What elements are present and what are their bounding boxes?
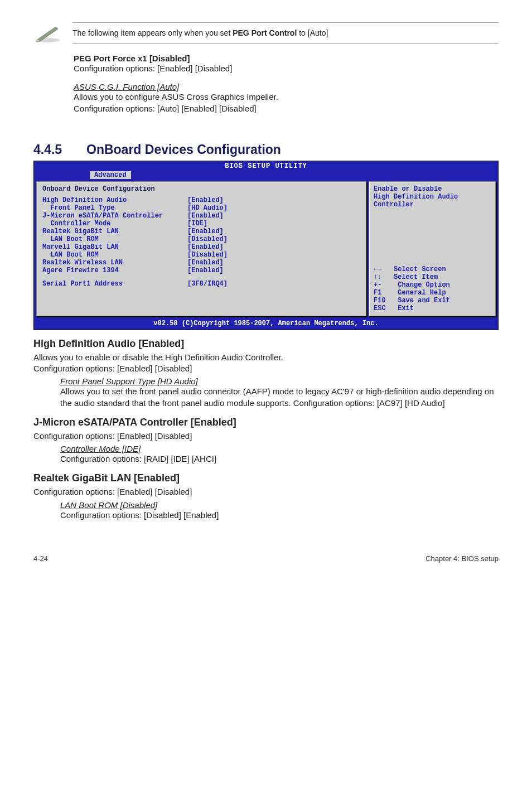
bios-key: LAN Boot ROM (42, 251, 187, 259)
asus-cgi-line1: Allows you to configure ASUS Cross Graph… (74, 91, 499, 103)
note-text: The following item appears only when you… (72, 22, 499, 44)
bios-nav-row: +- Change Option (374, 281, 491, 289)
hd-audio-sub-title: Front Panel Support Type [HD Audio] (60, 376, 499, 386)
jmicron-title: J-Micron eSATA/PATA Controller [Enabled] (33, 417, 499, 428)
bios-nav-row: F1 General Help (374, 289, 491, 297)
bios-value: [Disabled] (187, 235, 228, 243)
note-text-after: to [Auto] (297, 28, 328, 37)
bios-panel-title: Onboard Device Configuration (42, 185, 360, 193)
bios-panel: BIOS SETUP UTILITY Advanced Onboard Devi… (33, 161, 499, 330)
bios-value: [3F8/IRQ4] (187, 280, 228, 288)
asus-cgi-title: ASUS C.G.I. Function [Auto] (74, 82, 499, 91)
bios-footer: v02.58 (C)Copyright 1985-2007, American … (34, 318, 498, 330)
bios-nav-row: ESC Exit (374, 305, 491, 312)
bios-row[interactable]: Controller Mode[IDE] (42, 220, 360, 228)
realtek-sub: LAN Boot ROM [Disabled] Configuration op… (60, 500, 499, 521)
bios-value: [Enabled] (187, 228, 224, 235)
bios-row-serial[interactable]: Serial Port1 Address [3F8/IRQ4] (42, 280, 360, 288)
hd-audio-sub-body: Allows you to set the front panel audio … (60, 386, 499, 409)
realtek-line1: Configuration options: [Enabled] [Disabl… (33, 486, 499, 497)
jmicron-sub: Controller Mode [IDE] Configuration opti… (60, 444, 499, 465)
jmicron-sub-body: Configuration options: [RAID] [IDE] [AHC… (60, 453, 499, 465)
asus-cgi-line2: Configuration options: [Auto] [Enabled] … (74, 103, 499, 114)
bios-value: [Enabled] (187, 196, 224, 204)
realtek-sub-title: LAN Boot ROM [Disabled] (60, 500, 499, 510)
bios-row[interactable]: Front Panel Type[HD Audio] (42, 204, 360, 212)
bios-row[interactable]: LAN Boot ROM[Disabled] (42, 251, 360, 259)
bios-key: LAN Boot ROM (42, 235, 187, 243)
realtek-sub-body: Configuration options: [Disabled] [Enabl… (60, 510, 499, 521)
section-num: 4.4.5 (33, 142, 86, 157)
pencil-icon (33, 23, 61, 43)
peg-force-block: PEG Port Force x1 [Disabled] Configurati… (74, 54, 499, 74)
bios-help-line3: Controller (374, 201, 491, 209)
bios-value: [HD Audio] (187, 204, 228, 212)
bios-value: [Disabled] (187, 251, 228, 259)
note-text-before: The following item appears only when you… (72, 28, 233, 37)
bios-tab-advanced[interactable]: Advanced (90, 171, 131, 179)
bios-key: Marvell GigaBit LAN (42, 243, 187, 251)
jmicron-sub-title: Controller Mode [IDE] (60, 444, 499, 453)
bios-title: BIOS SETUP UTILITY (34, 161, 498, 171)
bios-row[interactable]: Agere Firewire 1394[Enabled] (42, 267, 360, 274)
bios-key: Realtek Wireless LAN (42, 259, 187, 267)
bios-value: [Enabled] (187, 267, 224, 274)
hd-audio-line1: Allows you to enable or disable the High… (33, 352, 499, 363)
section-title: OnBoard Devices Configuration (86, 142, 281, 157)
peg-force-title: PEG Port Force x1 [Disabled] (74, 54, 499, 63)
footer-chapter: Chapter 4: BIOS setup (425, 554, 499, 563)
bios-row[interactable]: LAN Boot ROM[Disabled] (42, 235, 360, 243)
peg-force-body: Configuration options: [Enabled] [Disabl… (74, 63, 499, 74)
bios-nav-row: F10 Save and Exit (374, 297, 491, 305)
bios-value: [Enabled] (187, 243, 224, 251)
bios-row[interactable]: J-Micron eSATA/PATA Controller[Enabled] (42, 212, 360, 220)
bios-right-panel: Enable or Disable High Definition Audio … (369, 181, 496, 316)
bios-help-line1: Enable or Disable (374, 185, 491, 193)
bios-row[interactable]: High Definition Audio[Enabled] (42, 196, 360, 204)
bios-help-line2: High Definition Audio (374, 193, 491, 201)
asus-cgi-block: ASUS C.G.I. Function [Auto] Allows you t… (74, 82, 499, 114)
bios-key: Realtek GigaBit LAN (42, 228, 187, 235)
hd-audio-title: High Definition Audio [Enabled] (33, 338, 499, 350)
bios-key: Serial Port1 Address (42, 280, 187, 288)
hd-audio-sub: Front Panel Support Type [HD Audio] Allo… (60, 376, 499, 409)
jmicron-line1: Configuration options: [Enabled] [Disabl… (33, 431, 499, 442)
bios-key: J-Micron eSATA/PATA Controller (42, 212, 187, 220)
section-heading: 4.4.5OnBoard Devices Configuration (33, 142, 499, 157)
hd-audio-line2: Configuration options: [Enabled] [Disabl… (33, 363, 499, 374)
note-bold: PEG Port Control (233, 28, 297, 37)
page-footer: 4-24 Chapter 4: BIOS setup (33, 554, 499, 563)
bios-nav-row: ↑↓ Select Item (374, 273, 491, 281)
bios-value: [IDE] (187, 220, 207, 228)
bios-row[interactable]: Realtek GigaBit LAN[Enabled] (42, 228, 360, 235)
note-box: The following item appears only when you… (33, 22, 499, 44)
bios-row[interactable]: Realtek Wireless LAN[Enabled] (42, 259, 360, 267)
realtek-title: Realtek GigaBit LAN [Enabled] (33, 472, 499, 484)
bios-nav-row: ←→ Select Screen (374, 265, 491, 273)
bios-value: [Enabled] (187, 212, 224, 220)
bios-value: [Enabled] (187, 259, 224, 267)
bios-left-panel: Onboard Device Configuration High Defini… (36, 181, 366, 316)
bios-key: High Definition Audio (42, 196, 187, 204)
bios-key: Controller Mode (42, 220, 187, 228)
bios-key: Agere Firewire 1394 (42, 267, 187, 274)
footer-page-num: 4-24 (33, 554, 48, 563)
bios-key: Front Panel Type (42, 204, 187, 212)
bios-row[interactable]: Marvell GigaBit LAN[Enabled] (42, 243, 360, 251)
